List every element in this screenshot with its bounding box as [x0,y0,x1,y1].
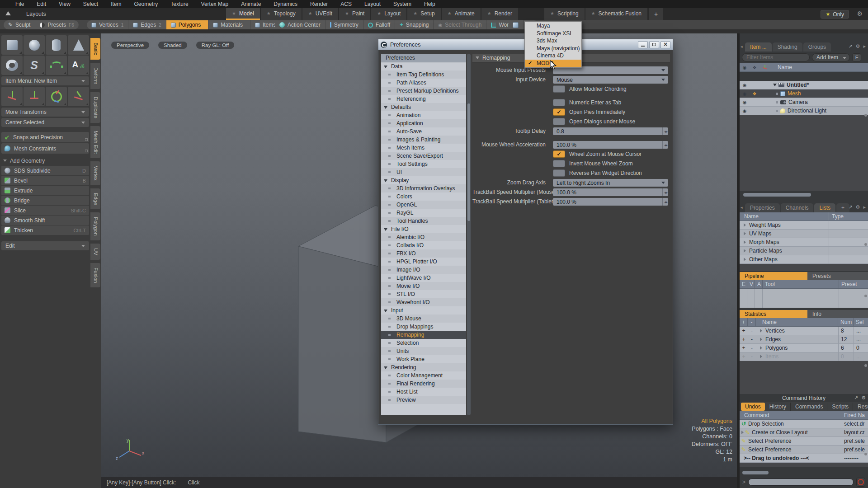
menu-item[interactable]: System [387,1,418,7]
pref-tree-item[interactable]: Tool Settings [381,160,466,168]
pipeline-body[interactable] [740,289,868,308]
collapsed-triangle-icon[interactable] [760,346,762,350]
menu-item[interactable]: Edit [30,1,52,7]
setting-checkbox[interactable] [553,99,565,106]
menu-item[interactable]: Animate [235,1,267,7]
command-row[interactable]: Select Preference pref.sele [740,437,868,446]
pref-tree-item[interactable]: Color Management [381,371,466,380]
pref-tree-item[interactable]: 3D Information Overlays [381,184,466,192]
setting-field[interactable]: 100.0 % [553,198,668,206]
layouts-label[interactable]: Layouts [26,11,46,17]
map-list-row[interactable]: Weight Maps [740,221,868,230]
geometry-tool-button[interactable]: Slice Shift-C [1,206,89,215]
command-row[interactable]: Create or Close Layout layout.cr [740,428,868,437]
menu-item[interactable]: View [52,1,77,7]
pref-tree-item[interactable]: Input [381,306,466,314]
gear-icon[interactable] [861,395,866,401]
command-input[interactable] [748,479,854,486]
collapsed-triangle-icon[interactable] [760,355,762,358]
command-row[interactable]: Select Preference pref.sele [740,446,868,454]
panel-tab[interactable]: Undos [741,403,765,411]
primitive-tool-button[interactable] [68,56,89,75]
panel-tab[interactable]: Groups [803,42,831,52]
map-list-row[interactable]: Morph Maps [740,238,868,247]
more-transforms-dropdown[interactable]: More Transforms [1,108,89,117]
setting-field[interactable]: Left to Right Zooms In [553,179,668,187]
pref-tree-item[interactable]: Drop Mappings [381,323,466,331]
panel-tab[interactable]: Info [807,310,868,318]
sidebar-category-tab[interactable]: Mesh Edit [90,126,100,158]
map-list-row[interactable]: Particle Maps [740,247,868,255]
layout-tab[interactable]: Layout [371,8,406,20]
pref-tree-item[interactable]: Path Aliases [381,79,466,87]
mesh-constraints-button[interactable]: Mesh Constraints [1,143,89,154]
primitive-tool-button[interactable] [46,56,67,75]
minimize-button[interactable] [638,41,648,48]
collapsed-triangle-icon[interactable] [744,232,746,235]
layout-tab[interactable]: Render [481,8,518,20]
menu-item[interactable]: ACS [334,1,358,7]
pref-tree-item[interactable]: File I/O [381,225,466,233]
statistic-row[interactable]: + - Items 0 ... [740,352,868,361]
collapsed-triangle-icon[interactable] [744,258,746,261]
item-row[interactable]: Camera [740,98,868,107]
layout-tab[interactable]: Scripting [544,8,585,20]
pref-tree-item[interactable]: Preview [381,396,466,404]
panel-tab[interactable]: Commands [791,403,827,411]
render-tag-icon[interactable] [753,90,757,97]
eye-icon[interactable] [743,99,747,105]
command-row[interactable]: Drop Selection select.dr [740,420,868,428]
collapse-minus-button[interactable]: - [748,353,756,360]
item-row[interactable]: Mesh [740,89,868,98]
pref-tree-item[interactable]: Alembic I/O [381,233,466,241]
slider-arrows-icon[interactable] [662,127,667,135]
panel-tab[interactable]: Item ... [745,42,772,52]
horizontal-scrollbar[interactable] [742,471,769,474]
pref-tree-item[interactable]: Host List [381,388,466,396]
sculpt-button[interactable]: Sculpt [4,20,35,29]
tool-option-button[interactable]: Action Center [275,20,326,29]
setting-field[interactable]: 0.8 [553,127,668,135]
collapse-minus-button[interactable]: - [748,328,756,334]
close-button[interactable] [660,41,670,48]
center-selected-dropdown[interactable]: Center Selected [1,118,89,127]
gear-icon[interactable] [857,10,863,17]
panel-tab[interactable]: + [836,203,849,212]
geometry-tool-button[interactable]: Bevel B [1,176,89,185]
menu-item[interactable]: Select [77,1,104,7]
pref-tree-item[interactable]: Data [381,62,466,70]
pref-tree-item[interactable]: Auto-Save [381,127,466,136]
viewport-mode-button[interactable]: Ray GL: Off [196,42,235,49]
expand-triangle-icon[interactable] [773,84,777,86]
panel-tab[interactable]: History [765,403,791,411]
add-tab-button[interactable]: + [649,8,663,20]
layout-tab[interactable]: Schematic Fusion [585,8,647,20]
panel-tab[interactable]: Lists [814,203,835,212]
pref-tree-item[interactable]: Final Rendering [381,380,466,388]
item-row[interactable]: Untitled* [740,81,868,89]
scroll-left-icon[interactable] [741,44,743,49]
setting-checkbox[interactable] [553,150,565,158]
sidebar-category-tab[interactable]: Deform [90,63,100,89]
preset-menu-item[interactable]: Cinema 4D [525,52,581,60]
layout-tab[interactable]: Setup [407,8,440,20]
tree-scrollbar[interactable] [467,54,471,415]
sidebar-category-tab[interactable]: Polygon [90,212,100,240]
sidebar-category-tab[interactable]: UV [90,244,100,260]
layout-tab[interactable]: Model [226,8,260,20]
eye-icon[interactable] [743,82,747,88]
pref-tree-item[interactable]: Tool Handles [381,217,466,225]
maximize-button[interactable] [649,41,659,48]
panel-tab[interactable]: Scripts [828,403,853,411]
pref-tree-item[interactable]: FBX I/O [381,249,466,258]
panel-tab[interactable]: Results [854,403,868,411]
pref-tree-item[interactable]: Application [381,119,466,127]
collapsed-triangle-icon[interactable] [744,240,746,244]
setting-checkbox[interactable] [553,118,565,125]
preset-menu-item[interactable]: 3ds Max [525,37,581,45]
primitive-tool-button[interactable] [1,56,23,75]
preset-menu-item[interactable]: Maya (navigation) [525,45,581,52]
collapsed-triangle-icon[interactable] [741,431,744,434]
tool-option-button[interactable]: Symmetry [326,20,363,29]
sidebar-category-tab[interactable]: Basic [90,38,100,60]
